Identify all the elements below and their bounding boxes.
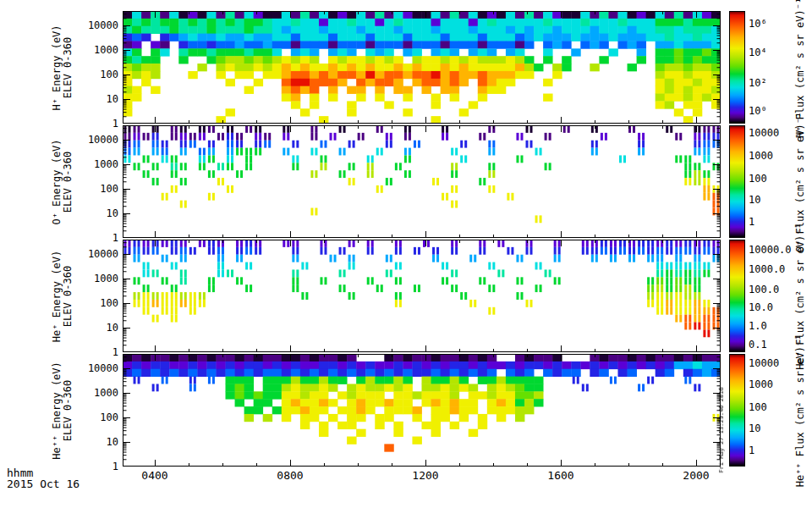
y-tick-label: 10 <box>80 322 118 334</box>
date-label: 2015 Oct 16 <box>7 478 80 490</box>
spectrogram-canvas-hepp <box>123 354 721 467</box>
y-tick-label: 100 <box>80 411 118 423</box>
colorbar-tick-label: 10² <box>749 77 767 89</box>
y-tick-label: 1000 <box>80 273 118 284</box>
colorbar-tick-label: 100 <box>749 173 767 185</box>
y-tick-label: 10 <box>80 93 118 105</box>
colorbar-op <box>729 125 745 238</box>
y-tick-label: 10000 <box>80 248 118 260</box>
x-tick-label: 1200 <box>398 469 453 482</box>
x-tick-label: 0400 <box>128 469 182 482</box>
y-tick-label: 10000 <box>80 19 118 31</box>
spectrogram-canvas-hp <box>123 11 721 124</box>
spectrogram-canvas-hep <box>123 240 721 352</box>
colorbar-tick-label: 10⁰ <box>749 105 767 117</box>
flux-axis-title-text: He⁺⁺ Flux (cm² s sr eV)⁻¹ <box>794 334 806 487</box>
y-tick-label: 1 <box>80 232 118 244</box>
spectrogram-canvas-op <box>123 125 721 238</box>
energy-axis-title-text: He⁺ Energy (eV)ELEV 0-360 <box>52 250 74 341</box>
energy-axis-title-text: H⁺ Energy (eV)ELEV 0-360 <box>52 25 74 110</box>
colorbar-hep <box>729 240 745 352</box>
colorbar-hp <box>729 11 745 124</box>
energy-axis-title-text: O⁺ Energy (eV)ELEV 0-360 <box>52 139 74 224</box>
y-tick-label: 10000 <box>80 362 118 374</box>
elev-label: ELEV 0-360 <box>63 362 74 460</box>
colorbar-tick-label: 10⁶ <box>749 18 767 30</box>
y-tick-label: 1 <box>80 346 118 358</box>
colorbar-tick-label: 100.0 <box>749 284 779 295</box>
x-tick-label: 1600 <box>534 469 588 482</box>
y-tick-label: 10000 <box>80 134 118 146</box>
spectrogram-figure: H⁺ Energy (eV)ELEV 0-3601000010001001011… <box>0 0 812 508</box>
y-tick-label: 100 <box>80 297 118 309</box>
elev-label: ELEV 0-360 <box>63 250 74 341</box>
colorbar-tick-label: 100 <box>749 401 767 413</box>
y-tick-label: 100 <box>80 183 118 195</box>
x-tick-label: 2000 <box>669 469 723 482</box>
y-tick-label: 10 <box>80 436 118 448</box>
colorbar-tick-label: 1000.0 <box>749 263 785 275</box>
y-tick-label: 100 <box>80 69 118 80</box>
elev-label: ELEV 0-360 <box>63 139 74 224</box>
elev-label: ELEV 0-360 <box>63 25 74 110</box>
colorbar-tick-label: 10.0 <box>749 301 773 313</box>
y-tick-label: 10 <box>80 207 118 219</box>
colorbar-tick-label: 10000 <box>749 357 779 369</box>
energy-axis-title-text: He⁺⁺ Energy (eV)ELEV 0-360 <box>52 362 74 460</box>
y-tick-label: 1000 <box>80 387 118 399</box>
colorbar-tick-label: 1 <box>749 444 754 456</box>
x-tick-label: 0800 <box>263 469 317 482</box>
colorbar-tick-label: 1 <box>749 216 754 228</box>
colorbar-tick-label: 1000 <box>749 378 773 390</box>
y-tick-label: 1 <box>80 118 118 130</box>
colorbar-tick-label: 1000 <box>749 150 773 162</box>
colorbar-tick-label: 10 <box>749 194 760 206</box>
colorbar-tick-label: 10000.0 <box>749 244 792 256</box>
colorbar-tick-label: 10⁴ <box>749 47 767 58</box>
y-tick-label: 1000 <box>80 158 118 170</box>
colorbar-tick-label: 1.0 <box>749 320 767 332</box>
colorbar-tick-label: 10 <box>749 422 760 434</box>
colorbar-hepp <box>729 354 745 467</box>
y-tick-label: 1000 <box>80 44 118 56</box>
colorbar-tick-label: 0.1 <box>749 339 767 351</box>
y-tick-label: 1 <box>80 461 118 472</box>
print-timestamp: Fri May 27 13:29:40 2016 <box>718 387 725 472</box>
colorbar-tick-label: 10000 <box>749 127 779 139</box>
